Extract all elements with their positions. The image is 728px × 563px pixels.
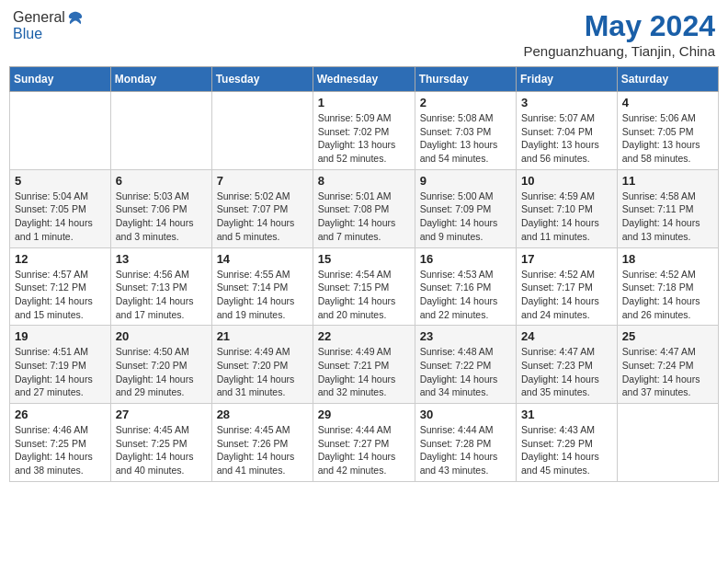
day-info: Sunrise: 4:50 AMSunset: 7:20 PMDaylight:…: [116, 345, 207, 399]
day-info: Sunrise: 4:44 AMSunset: 7:27 PMDaylight:…: [318, 423, 410, 477]
calendar-cell: 22Sunrise: 4:49 AMSunset: 7:21 PMDayligh…: [313, 326, 415, 404]
day-number: 9: [420, 174, 511, 188]
calendar-cell: 8Sunrise: 5:01 AMSunset: 7:08 PMDaylight…: [313, 169, 415, 247]
calendar-cell: 30Sunrise: 4:44 AMSunset: 7:28 PMDayligh…: [415, 404, 516, 482]
calendar-cell: 16Sunrise: 4:53 AMSunset: 7:16 PMDayligh…: [415, 247, 516, 326]
day-number: 18: [622, 252, 713, 266]
day-info: Sunrise: 4:49 AMSunset: 7:21 PMDaylight:…: [318, 345, 410, 399]
calendar-cell: [617, 404, 718, 482]
calendar-cell: 19Sunrise: 4:51 AMSunset: 7:19 PMDayligh…: [10, 326, 111, 404]
day-number: 29: [318, 408, 410, 421]
month-title: May 2024: [524, 9, 716, 43]
day-info: Sunrise: 4:48 AMSunset: 7:22 PMDaylight:…: [420, 345, 511, 399]
calendar-cell: 11Sunrise: 4:58 AMSunset: 7:11 PMDayligh…: [617, 169, 718, 247]
calendar-day-header: Monday: [110, 67, 211, 92]
day-number: 14: [217, 252, 308, 266]
day-info: Sunrise: 4:58 AMSunset: 7:11 PMDaylight:…: [622, 190, 713, 244]
day-info: Sunrise: 4:52 AMSunset: 7:18 PMDaylight:…: [622, 268, 713, 322]
day-info: Sunrise: 4:45 AMSunset: 7:25 PMDaylight:…: [116, 423, 207, 477]
calendar-day-header: Saturday: [617, 67, 718, 92]
calendar-week-row: 26Sunrise: 4:46 AMSunset: 7:25 PMDayligh…: [10, 404, 719, 482]
day-number: 15: [318, 252, 410, 266]
calendar-cell: 1Sunrise: 5:09 AMSunset: 7:02 PMDaylight…: [313, 92, 415, 170]
logo: General Blue: [13, 9, 84, 42]
day-info: Sunrise: 4:51 AMSunset: 7:19 PMDaylight:…: [15, 345, 106, 399]
day-number: 26: [15, 408, 106, 421]
calendar-cell: 5Sunrise: 5:04 AMSunset: 7:05 PMDaylight…: [10, 169, 111, 247]
calendar-cell: 27Sunrise: 4:45 AMSunset: 7:25 PMDayligh…: [110, 404, 211, 482]
day-info: Sunrise: 4:47 AMSunset: 7:24 PMDaylight:…: [622, 345, 713, 399]
calendar-cell: 14Sunrise: 4:55 AMSunset: 7:14 PMDayligh…: [211, 247, 313, 326]
day-info: Sunrise: 5:01 AMSunset: 7:08 PMDaylight:…: [318, 190, 410, 244]
calendar-cell: [211, 92, 313, 170]
day-number: 28: [217, 408, 308, 421]
calendar-cell: 15Sunrise: 4:54 AMSunset: 7:15 PMDayligh…: [313, 247, 415, 326]
calendar-week-row: 12Sunrise: 4:57 AMSunset: 7:12 PMDayligh…: [10, 247, 719, 326]
day-number: 16: [420, 252, 511, 266]
day-number: 1: [318, 96, 410, 109]
calendar-cell: 28Sunrise: 4:45 AMSunset: 7:26 PMDayligh…: [211, 404, 313, 482]
day-info: Sunrise: 5:00 AMSunset: 7:09 PMDaylight:…: [420, 190, 511, 244]
day-number: 5: [15, 174, 106, 188]
calendar-day-header: Tuesday: [211, 67, 313, 92]
day-number: 8: [318, 174, 410, 188]
day-number: 7: [217, 174, 308, 188]
day-number: 21: [217, 329, 308, 343]
day-number: 23: [420, 329, 511, 343]
day-number: 11: [622, 174, 713, 188]
day-number: 4: [622, 96, 713, 109]
day-number: 27: [116, 408, 207, 421]
day-number: 31: [521, 408, 612, 421]
calendar-cell: 24Sunrise: 4:47 AMSunset: 7:23 PMDayligh…: [517, 326, 618, 404]
logo-general-text: General: [13, 9, 65, 26]
title-section: May 2024 Penguanzhuang, Tianjin, China: [524, 9, 716, 59]
day-info: Sunrise: 5:07 AMSunset: 7:04 PMDaylight:…: [521, 111, 612, 166]
day-info: Sunrise: 5:02 AMSunset: 7:07 PMDaylight:…: [217, 190, 308, 244]
location-title: Penguanzhuang, Tianjin, China: [524, 43, 716, 59]
day-number: 2: [420, 96, 511, 109]
calendar-cell: [10, 92, 111, 170]
calendar-cell: 6Sunrise: 5:03 AMSunset: 7:06 PMDaylight…: [110, 169, 211, 247]
day-info: Sunrise: 5:08 AMSunset: 7:03 PMDaylight:…: [420, 111, 511, 166]
day-info: Sunrise: 4:59 AMSunset: 7:10 PMDaylight:…: [521, 190, 612, 244]
calendar-week-row: 5Sunrise: 5:04 AMSunset: 7:05 PMDaylight…: [10, 169, 719, 247]
calendar-cell: 13Sunrise: 4:56 AMSunset: 7:13 PMDayligh…: [110, 247, 211, 326]
calendar-cell: 9Sunrise: 5:00 AMSunset: 7:09 PMDaylight…: [415, 169, 516, 247]
calendar-day-header: Friday: [517, 67, 618, 92]
day-info: Sunrise: 4:53 AMSunset: 7:16 PMDaylight:…: [420, 268, 511, 322]
day-number: 24: [521, 329, 612, 343]
calendar-cell: 25Sunrise: 4:47 AMSunset: 7:24 PMDayligh…: [617, 326, 718, 404]
day-number: 30: [420, 408, 511, 421]
day-info: Sunrise: 4:43 AMSunset: 7:29 PMDaylight:…: [521, 423, 612, 477]
calendar-day-header: Thursday: [415, 67, 516, 92]
calendar-header-row: SundayMondayTuesdayWednesdayThursdayFrid…: [10, 67, 719, 92]
day-info: Sunrise: 5:04 AMSunset: 7:05 PMDaylight:…: [15, 190, 106, 244]
calendar-cell: 17Sunrise: 4:52 AMSunset: 7:17 PMDayligh…: [517, 247, 618, 326]
day-info: Sunrise: 4:46 AMSunset: 7:25 PMDaylight:…: [15, 423, 106, 477]
day-info: Sunrise: 4:49 AMSunset: 7:20 PMDaylight:…: [217, 345, 308, 399]
day-info: Sunrise: 5:09 AMSunset: 7:02 PMDaylight:…: [318, 111, 410, 166]
calendar-cell: 26Sunrise: 4:46 AMSunset: 7:25 PMDayligh…: [10, 404, 111, 482]
day-info: Sunrise: 4:45 AMSunset: 7:26 PMDaylight:…: [217, 423, 308, 477]
calendar-table: SundayMondayTuesdayWednesdayThursdayFrid…: [9, 66, 719, 482]
calendar-cell: 4Sunrise: 5:06 AMSunset: 7:05 PMDaylight…: [617, 92, 718, 170]
day-number: 25: [622, 329, 713, 343]
day-info: Sunrise: 4:54 AMSunset: 7:15 PMDaylight:…: [318, 268, 410, 322]
calendar-cell: 2Sunrise: 5:08 AMSunset: 7:03 PMDaylight…: [415, 92, 516, 170]
day-info: Sunrise: 4:52 AMSunset: 7:17 PMDaylight:…: [521, 268, 612, 322]
day-info: Sunrise: 4:55 AMSunset: 7:14 PMDaylight:…: [217, 268, 308, 322]
day-number: 17: [521, 252, 612, 266]
day-info: Sunrise: 5:03 AMSunset: 7:06 PMDaylight:…: [116, 190, 207, 244]
calendar-cell: 21Sunrise: 4:49 AMSunset: 7:20 PMDayligh…: [211, 326, 313, 404]
day-number: 13: [116, 252, 207, 266]
calendar-cell: [110, 92, 211, 170]
day-number: 12: [15, 252, 106, 266]
calendar-cell: 31Sunrise: 4:43 AMSunset: 7:29 PMDayligh…: [517, 404, 618, 482]
calendar-cell: 12Sunrise: 4:57 AMSunset: 7:12 PMDayligh…: [10, 247, 111, 326]
logo-blue-text: Blue: [13, 26, 84, 42]
day-number: 3: [521, 96, 612, 109]
day-number: 20: [116, 329, 207, 343]
day-info: Sunrise: 4:47 AMSunset: 7:23 PMDaylight:…: [521, 345, 612, 399]
logo-bird-icon: [67, 9, 84, 26]
calendar-day-header: Sunday: [10, 67, 111, 92]
